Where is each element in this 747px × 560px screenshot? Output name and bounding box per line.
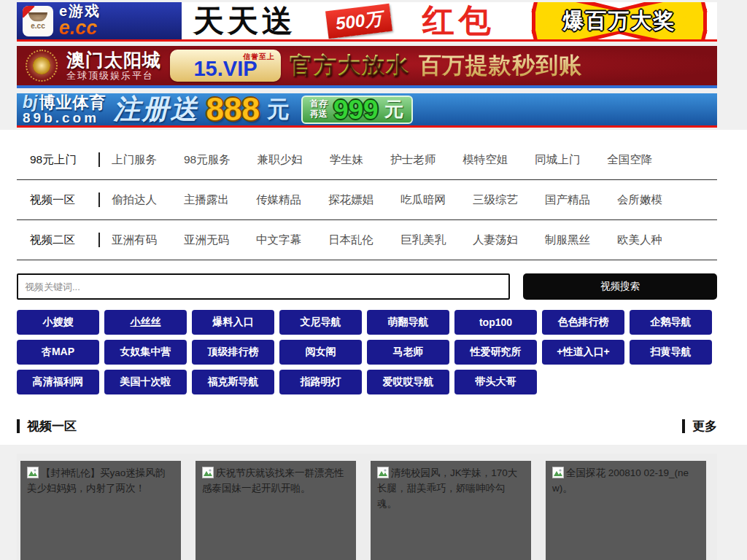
nav-link[interactable]: 兼职少妇 (258, 152, 303, 168)
link-button[interactable]: 企鹅导航 (630, 310, 712, 335)
link-button[interactable]: 福克斯导航 (192, 370, 274, 394)
nav-link[interactable]: 巨乳美乳 (400, 233, 446, 248)
nav-link[interactable]: 三级综艺 (473, 192, 518, 208)
banner-ad-sun-city[interactable]: 澳门太阳城 全球顶级娱乐平台 15.VIP 信誉至上 官方大放水 百万提款秒到账 (17, 46, 717, 88)
link-button[interactable]: 带头大哥 (454, 370, 537, 394)
link-button[interactable]: 指路明灯 (279, 370, 362, 394)
boye-amount2: 999 (333, 96, 379, 123)
video-card[interactable]: 全国探花 200810 02-19_(new)。 (546, 461, 706, 560)
broken-image-icon (202, 467, 214, 478)
nav-link[interactable]: 制服黑丝 (545, 233, 590, 248)
link-button[interactable]: 美国十次啦 (104, 370, 187, 394)
nav-link[interactable]: 亚洲无码 (184, 233, 229, 248)
nav-items: 偷拍达人主播露出传媒精品探花嫖娼吃瓜暗网三级综艺国产精品会所嫩模 (112, 192, 662, 208)
link-button[interactable]: 女奴集中营 (104, 340, 187, 365)
banner-ribbon-amount: 500万 (325, 3, 392, 38)
boye-stack-line1: 首存 (310, 99, 328, 109)
nav-separator (98, 192, 100, 207)
boye-logo-name: 博业体育 (39, 95, 106, 111)
nav-link[interactable]: 欧美人种 (617, 233, 662, 248)
boye-stack-line2: 再送 (310, 109, 328, 120)
logo-domain-text: e.cc (59, 18, 101, 38)
nav-link[interactable]: 人妻荡妇 (473, 233, 518, 248)
banner-hongbao-text: 红包 (422, 2, 495, 42)
banner-starburst: 爆百万大奖 (526, 2, 713, 41)
sun-city-title: 澳门太阳城 (66, 50, 161, 71)
banner-ad-egame[interactable]: e.cc e游戏 e.cc 天天送 500万 红包 爆百万大奖 (17, 2, 717, 42)
nav-row-label[interactable]: 视频一区 (17, 192, 98, 208)
section-title: 视频一区 (27, 418, 77, 435)
more-link[interactable]: 更多 (692, 418, 717, 435)
vip-badge: 15.VIP 信誉至上 (170, 50, 281, 82)
link-button[interactable]: 小丝丝 (104, 310, 187, 335)
nav-link[interactable]: 日本乱伦 (328, 233, 374, 248)
video-card[interactable]: 庆祝节庆就该找来一群漂亮性感泰国妹一起开趴开啪。 (196, 461, 356, 560)
egame-logo: e.cc e游戏 e.cc (17, 2, 182, 41)
boye-unit1: 元 (267, 94, 290, 125)
boye-logo-bj: bj (23, 94, 37, 111)
sun-city-promo1: 官方大放水 (290, 50, 410, 81)
video-title-text: 【封神乱伦】买yao迷操风韵美少妇妈妈，内射了两次！ (27, 467, 165, 494)
friend-links-grid: 小嫂嫂小丝丝爆料入口文尼导航萌翻导航top100色色排行榜企鹅导航杏MAP女奴集… (17, 310, 717, 394)
search-button[interactable]: 视频搜索 (523, 273, 717, 300)
nav-link[interactable]: 吃瓜暗网 (400, 192, 446, 208)
nav-row-label[interactable]: 98元上门 (17, 152, 98, 168)
nav-link[interactable]: 主播露出 (184, 192, 229, 208)
video-title-text: 清纯校园风，JK学妹，170大长腿，甜美乖巧，娇喘呻吟勾魂。 (377, 467, 517, 509)
boye-amount1: 888 (206, 93, 259, 128)
video-card-list: 【封神乱伦】买yao迷操风韵美少妇妈妈，内射了两次！ 庆祝节庆就该找来一群漂亮性… (17, 454, 717, 560)
link-button[interactable]: 马老师 (367, 340, 449, 365)
bowl-icon (28, 12, 47, 22)
video-title: 清纯校园风，JK学妹，170大长腿，甜美乖巧，娇喘呻吟勾魂。 (371, 461, 531, 517)
link-button[interactable]: 杏MAP (17, 340, 99, 365)
nav-link[interactable]: 学生妹 (330, 152, 364, 168)
nav-link[interactable]: 会所嫩模 (617, 192, 662, 208)
link-button[interactable]: 萌翻导航 (367, 310, 449, 335)
link-button[interactable]: 色色排行榜 (542, 310, 624, 335)
video-card[interactable]: 清纯校园风，JK学妹，170大长腿，甜美乖巧，娇喘呻吟勾魂。 (371, 461, 531, 560)
video-title: 庆祝节庆就该找来一群漂亮性感泰国妹一起开趴开啪。 (196, 461, 356, 502)
nav-link[interactable]: 模特空姐 (462, 152, 508, 168)
boye-logo: bj 博业体育 89b.com (23, 94, 106, 125)
video-title-text: 全国探花 200810 02-19_(new)。 (552, 467, 689, 494)
nav-link[interactable]: 98元服务 (184, 152, 231, 168)
nav-link[interactable]: 国产精品 (545, 192, 590, 208)
link-button[interactable]: 扫黄导航 (630, 340, 712, 365)
nav-row: 视频二区 亚洲有码亚洲无码中文字幕日本乱伦巨乳美乳人妻荡妇制服黑丝欧美人种 (17, 220, 717, 260)
link-button[interactable]: 阅女阁 (279, 340, 362, 365)
link-button[interactable]: 顶级排行榜 (192, 340, 274, 365)
nav-link[interactable]: 传媒精品 (256, 192, 301, 208)
video-title: 【封神乱伦】买yao迷操风韵美少妇妈妈，内射了两次！ (20, 461, 181, 502)
section-title-bar (17, 419, 20, 433)
link-button[interactable]: 高清福利网 (17, 370, 99, 394)
category-nav: 98元上门 上门服务98元服务兼职少妇学生妹护士老师模特空姐同城上门全国空降 视… (17, 140, 717, 260)
nav-link[interactable]: 全国空降 (607, 152, 652, 168)
broken-image-icon (27, 467, 39, 478)
nav-link[interactable]: 同城上门 (535, 152, 580, 168)
nav-row-label[interactable]: 视频二区 (17, 233, 98, 248)
link-button[interactable]: +性道入口+ (542, 340, 624, 365)
boye-unit2: 元 (384, 96, 404, 122)
nav-link[interactable]: 亚洲有码 (112, 233, 157, 248)
more-bar (682, 419, 685, 433)
link-button[interactable]: 性爱研究所 (454, 340, 537, 365)
nav-link[interactable]: 上门服务 (112, 152, 157, 168)
broken-image-icon (552, 467, 564, 478)
video-card[interactable]: 【封神乱伦】买yao迷操风韵美少妇妈妈，内射了两次！ (20, 461, 181, 560)
link-button[interactable]: 小嫂嫂 (17, 310, 99, 335)
link-button[interactable]: 爱哎哎导航 (367, 370, 449, 394)
nav-link[interactable]: 护士老师 (390, 152, 436, 168)
link-button[interactable]: 文尼导航 (279, 310, 362, 335)
nav-link[interactable]: 偷拍达人 (112, 192, 157, 208)
boye-logo-domain: 89b.com (23, 111, 106, 125)
sun-logo-icon (26, 50, 58, 82)
banner-ad-boye-sports[interactable]: bj 博业体育 89b.com 注册送 888 元 首存 再送 999 元 (17, 93, 717, 128)
nav-link[interactable]: 中文字幕 (256, 233, 301, 248)
boye-green-panel: 首存 再送 999 元 (301, 96, 413, 124)
link-button[interactable]: top100 (454, 310, 537, 335)
search-input[interactable] (17, 273, 510, 300)
banner-jackpot-text: 爆百万大奖 (526, 2, 713, 41)
sun-city-promo2: 百万提款秒到账 (419, 50, 582, 81)
nav-link[interactable]: 探花嫖娼 (328, 192, 374, 208)
link-button[interactable]: 爆料入口 (192, 310, 274, 335)
